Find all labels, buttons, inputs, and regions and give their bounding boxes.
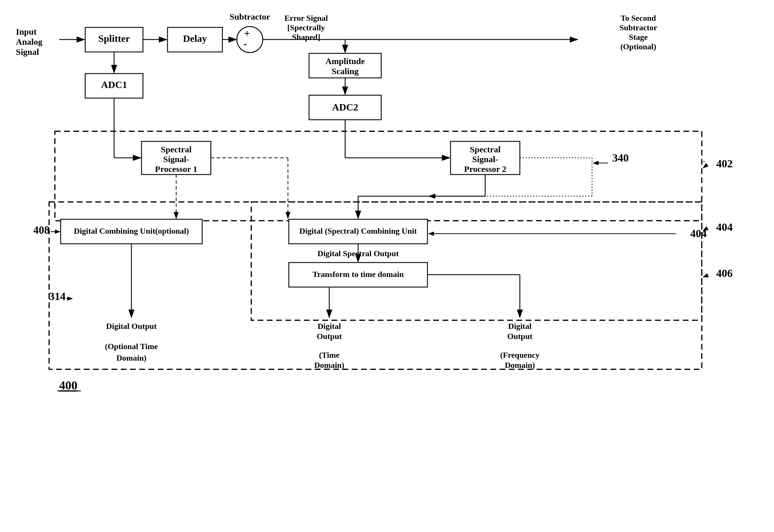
digital-output-optional-label3: Domain) bbox=[116, 353, 146, 362]
adc2-label: ADC2 bbox=[332, 102, 358, 113]
digital-output-freq-label4: Domain) bbox=[505, 361, 535, 370]
ref-314: 314 bbox=[49, 290, 66, 302]
spectral1-label2: Signal- bbox=[163, 154, 189, 164]
ref-408: 408 bbox=[33, 224, 50, 236]
digital-output-freq-label3: (Frequency bbox=[500, 351, 539, 359]
delay-label: Delay bbox=[183, 33, 207, 44]
digital-output-optional-label2: (Optional Time bbox=[105, 342, 158, 351]
spectral2-label1: Spectral bbox=[470, 145, 501, 154]
ref-340: 340 bbox=[612, 152, 629, 164]
digital-combining-optional-label: Digital Combining Unit(optional) bbox=[74, 226, 189, 235]
digital-output-time-label2: Output bbox=[317, 332, 342, 341]
error-signal-label2: [Spectrally bbox=[287, 23, 325, 32]
input-analog-label-3: Signal bbox=[16, 47, 39, 57]
to-second-label4: (Optional) bbox=[620, 42, 656, 51]
digital-output-time-label3: (Time bbox=[319, 351, 339, 359]
to-second-label3: Stage bbox=[629, 33, 648, 42]
input-analog-label-1: Input bbox=[16, 27, 37, 36]
ref-400: 400 bbox=[59, 379, 77, 392]
amplitude-scaling-label2: Scaling bbox=[332, 66, 358, 76]
svg-line-12 bbox=[703, 164, 708, 168]
ref-406: 406 bbox=[716, 267, 733, 279]
spectral2-label2: Signal- bbox=[472, 154, 498, 164]
to-second-label2: Subtractor bbox=[620, 23, 657, 32]
transform-time-label: Transform to time domain bbox=[313, 270, 404, 279]
digital-output-freq-label1: Digital bbox=[508, 322, 532, 331]
input-analog-label-2: Analog bbox=[16, 37, 42, 46]
digital-output-optional-label1: Digital Output bbox=[106, 322, 157, 331]
ref-402: 402 bbox=[716, 158, 733, 170]
error-signal-label1: Error Signal bbox=[285, 14, 328, 23]
spectral1-label1: Spectral bbox=[161, 145, 192, 154]
spectral1-label3: Processor 1 bbox=[155, 164, 197, 174]
adc1-label: ADC1 bbox=[101, 79, 127, 90]
subtractor-label: Subtractor bbox=[230, 12, 270, 21]
splitter-label: Splitter bbox=[98, 33, 130, 44]
ref-404b: 404 bbox=[690, 227, 707, 239]
amplitude-scaling-label1: Amplitude bbox=[326, 56, 365, 66]
digital-output-time-label1: Digital bbox=[318, 322, 341, 331]
error-signal-label3: Shaped] bbox=[292, 33, 320, 42]
ref-404: 404 bbox=[716, 221, 733, 233]
svg-line-21 bbox=[703, 276, 708, 277]
digital-output-freq-label2: Output bbox=[507, 332, 532, 341]
digital-spectral-combining-label: Digital (Spectral) Combining Unit bbox=[300, 226, 417, 235]
spectral2-label3: Processor 2 bbox=[464, 164, 506, 174]
subtractor-plus: + bbox=[244, 28, 250, 39]
diagram-container: Splitter Delay + - Subtractor Amplitude … bbox=[0, 0, 774, 532]
to-second-label1: To Second bbox=[621, 14, 656, 23]
digital-output-time-label4: Domain) bbox=[314, 361, 344, 370]
subtractor-minus: - bbox=[244, 38, 247, 49]
